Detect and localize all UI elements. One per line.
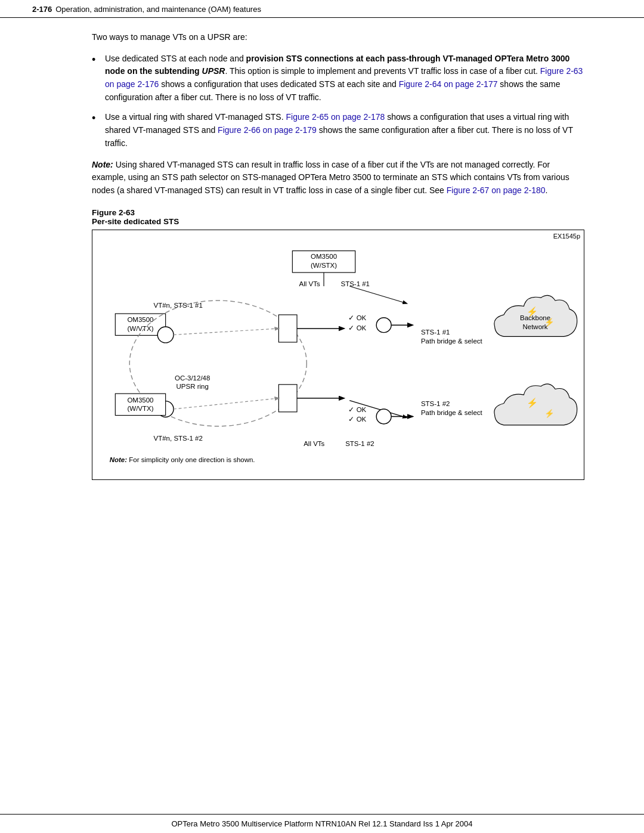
svg-text:⚡: ⚡ <box>544 408 555 419</box>
svg-text:OC-3/12/48: OC-3/12/48 <box>175 374 210 382</box>
main-content: Two ways to manage VTs on a UPSR are: • … <box>0 18 644 814</box>
svg-point-12 <box>157 327 174 343</box>
figure-number: Figure 2-63 <box>92 208 135 217</box>
bullet-list: • Use dedicated STS at each node and pro… <box>92 52 584 150</box>
svg-text:(W/VTX): (W/VTX) <box>127 324 153 332</box>
header-title: Operation, administration, and maintenan… <box>55 5 261 14</box>
intro-paragraph: Two ways to manage VTs on a UPSR are: <box>92 31 584 44</box>
svg-text:Note: For simplicity only one : Note: For simplicity only one direction … <box>110 456 255 463</box>
figure-box: EX1545p OM3500 (W/STX) All VTs STS-1 #1 … <box>92 230 584 480</box>
svg-text:✓: ✓ <box>348 405 354 413</box>
diagram-svg: OM3500 (W/STX) All VTs STS-1 #1 VT#n, ST… <box>92 230 584 479</box>
svg-text:OM3500: OM3500 <box>127 316 153 323</box>
svg-text:OK: OK <box>357 314 367 321</box>
svg-text:All VTs: All VTs <box>299 280 320 287</box>
note-paragraph: Note: Using shared VT-managed STS can re… <box>92 159 584 197</box>
svg-text:STS-1 #2: STS-1 #2 <box>421 400 450 407</box>
svg-text:(W/VTX): (W/VTX) <box>127 404 153 411</box>
ex-label: EX1545p <box>553 233 580 240</box>
svg-text:⚡: ⚡ <box>544 317 555 327</box>
svg-line-21 <box>174 398 278 408</box>
svg-rect-19 <box>278 384 297 411</box>
link-fig-64[interactable]: Figure 2-64 on page 2-177 <box>399 79 498 89</box>
svg-point-30 <box>376 317 391 332</box>
svg-text:✓: ✓ <box>348 314 354 322</box>
page: 2-176 Operation, administration, and mai… <box>0 0 644 833</box>
bullet-text-1: Use dedicated STS at each node and provi… <box>105 52 584 104</box>
svg-text:VT#n, STS-1 #2: VT#n, STS-1 #2 <box>154 434 203 441</box>
link-fig-65[interactable]: Figure 2-65 on page 2-178 <box>286 112 385 122</box>
bullet-dot: • <box>92 53 105 67</box>
footer-text: OPTera Metro 3500 Multiservice Platform … <box>171 819 472 828</box>
svg-text:OK: OK <box>357 405 367 413</box>
svg-text:Path bridge & select: Path bridge & select <box>421 337 483 344</box>
svg-text:All VTs: All VTs <box>304 440 324 447</box>
page-footer: OPTera Metro 3500 Multiservice Platform … <box>0 814 644 833</box>
svg-text:STS-1 #1: STS-1 #1 <box>340 280 370 287</box>
figure-label: Figure 2-63 Per-site dedicated STS <box>92 208 584 226</box>
svg-text:⚡: ⚡ <box>527 305 538 317</box>
svg-text:(W/STX): (W/STX) <box>311 262 337 269</box>
svg-text:Path bridge & select: Path bridge & select <box>421 408 483 416</box>
svg-text:OM3500: OM3500 <box>311 253 337 260</box>
svg-text:✓: ✓ <box>348 415 354 423</box>
svg-line-24 <box>349 286 407 304</box>
svg-point-35 <box>376 409 391 424</box>
svg-text:✓: ✓ <box>348 323 354 332</box>
svg-text:OM3500: OM3500 <box>127 396 153 403</box>
page-header: 2-176 Operation, administration, and mai… <box>0 0 644 18</box>
list-item: • Use dedicated STS at each node and pro… <box>92 52 584 104</box>
link-fig-67[interactable]: Figure 2-67 on page 2-180 <box>447 185 546 195</box>
svg-rect-18 <box>278 314 297 342</box>
svg-line-20 <box>174 328 278 335</box>
svg-text:OK: OK <box>357 324 367 331</box>
svg-text:STS-1 #1: STS-1 #1 <box>421 329 450 336</box>
list-item: • Use a virtual ring with shared VT-mana… <box>92 111 584 150</box>
link-fig-66[interactable]: Figure 2-66 on page 2-179 <box>218 125 317 135</box>
svg-text:⚡: ⚡ <box>527 397 538 408</box>
bullet-dot-2: • <box>92 112 105 125</box>
bullet-text-2: Use a virtual ring with shared VT-manage… <box>105 111 584 150</box>
svg-text:UPSR ring: UPSR ring <box>177 383 209 390</box>
figure-title: Per-site dedicated STS <box>92 217 179 226</box>
page-number: 2-176 <box>32 5 52 14</box>
svg-text:OK: OK <box>357 416 367 423</box>
svg-text:STS-1 #2: STS-1 #2 <box>345 440 374 447</box>
